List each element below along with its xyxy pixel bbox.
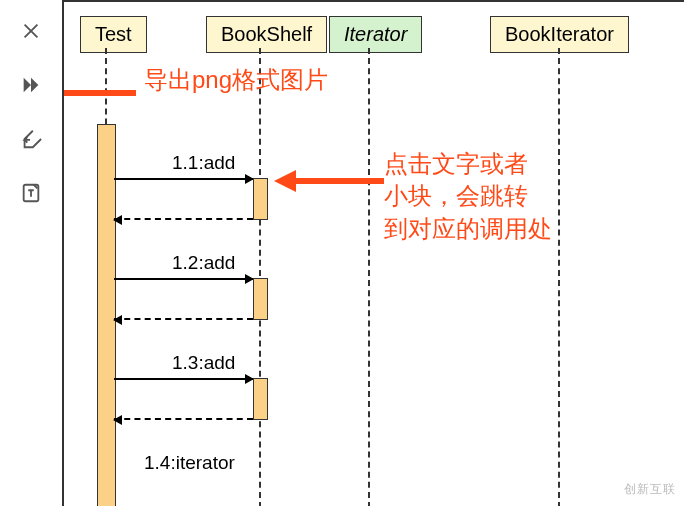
watermark: 创新互联 bbox=[624, 481, 676, 498]
lifeline-dash-bookshelf bbox=[259, 48, 261, 506]
call-1-4: 1.4:iterator bbox=[114, 452, 235, 476]
call-1-1: 1.1:add bbox=[114, 152, 235, 176]
call-arrow-1-2[interactable] bbox=[114, 278, 253, 280]
activation-add-2[interactable] bbox=[253, 278, 268, 320]
lifeline-test[interactable]: Test bbox=[80, 16, 147, 53]
call-label-1-2[interactable]: 1.2:add bbox=[172, 252, 235, 274]
return-arrow-1-3[interactable] bbox=[114, 418, 253, 420]
call-label-1-3[interactable]: 1.3:add bbox=[172, 352, 235, 374]
text-mode-icon[interactable] bbox=[18, 180, 44, 206]
call-1-3: 1.3:add bbox=[114, 352, 235, 376]
toolbar bbox=[0, 0, 62, 506]
lifeline-dash-bookiterator bbox=[558, 48, 560, 506]
call-arrow-1-3[interactable] bbox=[114, 378, 253, 380]
lifeline-iterator[interactable]: Iterator bbox=[329, 16, 422, 53]
lifeline-dash-iterator bbox=[368, 48, 370, 506]
call-label-1-1[interactable]: 1.1:add bbox=[172, 152, 235, 174]
return-arrow-1-1[interactable] bbox=[114, 218, 253, 220]
close-icon[interactable] bbox=[18, 18, 44, 44]
export-icon[interactable] bbox=[18, 126, 44, 152]
return-arrow-1-2[interactable] bbox=[114, 318, 253, 320]
fast-forward-icon[interactable] bbox=[18, 72, 44, 98]
call-label-1-4[interactable]: 1.4:iterator bbox=[144, 452, 235, 474]
call-arrow-1-1[interactable] bbox=[114, 178, 253, 180]
annotation-click-jump: 点击文字或者 小块，会跳转 到对应的调用处 bbox=[384, 148, 552, 245]
diagram-canvas: Test BookShelf Iterator BookIterator 1.1… bbox=[62, 0, 684, 506]
call-1-2: 1.2:add bbox=[114, 252, 235, 276]
annotation-export-png: 导出png格式图片 bbox=[144, 64, 328, 96]
activation-add-1[interactable] bbox=[253, 178, 268, 220]
app-root: Test BookShelf Iterator BookIterator 1.1… bbox=[0, 0, 684, 506]
lifeline-bookshelf[interactable]: BookShelf bbox=[206, 16, 327, 53]
activation-add-3[interactable] bbox=[253, 378, 268, 420]
